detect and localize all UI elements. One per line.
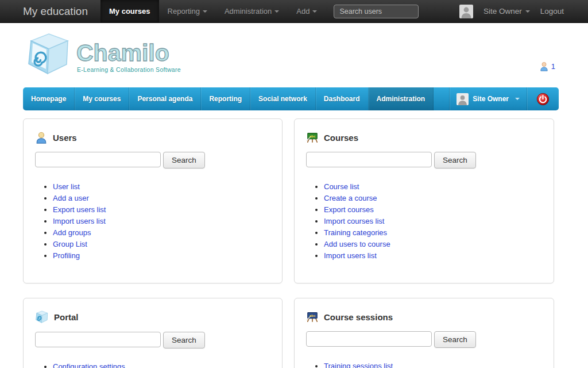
- list-item: Import users list: [324, 251, 542, 260]
- power-icon: [536, 93, 550, 106]
- tab-reporting[interactable]: Reporting: [201, 87, 250, 110]
- panel-courses: abc Courses Search Course list Create a …: [294, 118, 554, 283]
- chevron-down-icon: [515, 98, 520, 100]
- list-item: User list: [53, 182, 270, 191]
- online-user-icon: [539, 62, 549, 71]
- top-nav-administration[interactable]: Administration: [216, 0, 288, 22]
- list-item: Import users list: [53, 217, 270, 225]
- chamilo-title: Chamilo: [75, 40, 199, 68]
- chevron-down-icon: [312, 10, 317, 13]
- link-user-list[interactable]: User list: [53, 182, 80, 191]
- top-bar-right: Site Owner Logout: [459, 0, 588, 22]
- link-profiling[interactable]: Profiling: [53, 251, 80, 260]
- top-nav-label: Reporting: [168, 7, 200, 16]
- list-item: Configuration settings: [53, 362, 270, 368]
- search-users-input[interactable]: [334, 5, 419, 18]
- tab-label: Social network: [258, 95, 307, 103]
- list-item: Training sessions list: [324, 362, 542, 368]
- courses-search-button[interactable]: Search: [434, 152, 476, 168]
- tab-personal-agenda[interactable]: Personal agenda: [129, 87, 201, 110]
- panel-title: Course sessions: [324, 312, 393, 322]
- courses-search-input[interactable]: [306, 152, 432, 167]
- person-silhouette-icon: [459, 5, 473, 18]
- tab-administration[interactable]: Administration: [369, 87, 434, 110]
- top-nav-label: My courses: [109, 7, 150, 16]
- link-course-list[interactable]: Course list: [324, 182, 359, 191]
- user-icon: [35, 131, 48, 144]
- tab-social-network[interactable]: Social network: [250, 87, 316, 110]
- tab-label: Homepage: [31, 95, 66, 103]
- logout-power-button[interactable]: [527, 87, 559, 110]
- avatar: [457, 93, 469, 105]
- list-item: Export users list: [53, 205, 270, 214]
- link-export-users-list[interactable]: Export users list: [53, 205, 106, 214]
- avatar[interactable]: [459, 5, 473, 18]
- top-nav-reporting[interactable]: Reporting: [159, 0, 216, 22]
- users-search-input[interactable]: [35, 152, 161, 167]
- link-export-courses[interactable]: Export courses: [324, 205, 374, 214]
- chamilo-logo[interactable]: Chamilo E-Learning & Collaboration Softw…: [26, 32, 199, 77]
- tabbar-user-label: Site Owner: [473, 95, 509, 103]
- panel-title: Portal: [54, 312, 79, 322]
- sessions-search-button[interactable]: Search: [434, 331, 476, 348]
- link-add-a-user[interactable]: Add a user: [53, 194, 89, 202]
- tabbar-user-menu[interactable]: Site Owner: [449, 87, 527, 110]
- user-menu[interactable]: Site Owner: [483, 7, 530, 16]
- logo-subtitle: E-Learning & Collaboration Software: [75, 66, 199, 73]
- tab-label: Personal agenda: [137, 95, 192, 103]
- link-group-list[interactable]: Group List: [53, 240, 87, 248]
- admin-panels-grid: Users Search User list Add a user Export…: [23, 118, 565, 368]
- main-tab-bar: Homepage My courses Personal agenda Repo…: [23, 87, 559, 110]
- top-nav-label: Administration: [225, 7, 272, 16]
- tab-homepage[interactable]: Homepage: [23, 87, 75, 110]
- chamilo-cube-icon: [26, 32, 72, 77]
- users-search-button[interactable]: Search: [163, 152, 205, 168]
- top-nav-label: Add: [296, 7, 310, 16]
- tab-label: Administration: [377, 95, 425, 103]
- link-add-groups[interactable]: Add groups: [53, 228, 91, 237]
- online-users-counter[interactable]: 1: [539, 62, 555, 71]
- portal-search-input[interactable]: [35, 332, 161, 347]
- panel-portal: Portal Search Configuration settings: [23, 298, 283, 368]
- panel-title: Users: [53, 133, 77, 143]
- panel-title: Courses: [324, 133, 358, 143]
- portal-search-button[interactable]: Search: [163, 332, 205, 348]
- panel-course-sessions: abc Course sessions Search Training sess…: [294, 298, 554, 368]
- link-add-users-to-course[interactable]: Add users to course: [324, 240, 390, 248]
- list-item: Group List: [53, 240, 270, 248]
- link-training-categories[interactable]: Training categories: [324, 228, 387, 237]
- list-item: Export courses: [324, 205, 542, 214]
- svg-text:abc: abc: [310, 314, 316, 317]
- link-import-courses-list[interactable]: Import courses list: [324, 217, 384, 225]
- link-configuration-settings[interactable]: Configuration settings: [53, 362, 125, 368]
- tab-dashboard[interactable]: Dashboard: [316, 87, 369, 110]
- link-import-users-list-courses[interactable]: Import users list: [324, 251, 377, 260]
- top-nav-my-courses[interactable]: My courses: [100, 0, 159, 22]
- link-import-users-list[interactable]: Import users list: [53, 217, 106, 225]
- tab-bar-right: Site Owner: [449, 87, 559, 110]
- portal-name: My education: [0, 0, 88, 22]
- portal-links: Configuration settings: [35, 362, 270, 368]
- top-nav: My courses Reporting Administration Add: [100, 0, 326, 22]
- logout-label: Logout: [540, 7, 564, 16]
- link-create-a-course[interactable]: Create a course: [324, 194, 377, 202]
- svg-text:abc: abc: [310, 135, 316, 138]
- sessions-search-input[interactable]: [306, 331, 432, 347]
- session-board-icon: abc: [306, 310, 319, 323]
- tab-label: Dashboard: [324, 95, 360, 103]
- logout-link[interactable]: Logout: [540, 7, 564, 16]
- list-item: Training categories: [324, 228, 542, 237]
- chevron-down-icon: [525, 10, 530, 13]
- link-training-sessions-list[interactable]: Training sessions list: [324, 362, 393, 368]
- panel-users: Users Search User list Add a user Export…: [23, 118, 283, 283]
- header-band: Chamilo E-Learning & Collaboration Softw…: [0, 23, 588, 87]
- tab-label: Reporting: [209, 95, 242, 103]
- list-item: Import courses list: [324, 217, 542, 225]
- tab-label: My courses: [83, 95, 121, 103]
- sessions-links: Training sessions list Add a training se…: [306, 362, 542, 368]
- online-users-count: 1: [551, 62, 555, 71]
- top-nav-add[interactable]: Add: [288, 0, 326, 22]
- chamilo-title-text: Chamilo: [76, 40, 169, 66]
- tab-my-courses[interactable]: My courses: [75, 87, 129, 110]
- chevron-down-icon: [274, 10, 279, 13]
